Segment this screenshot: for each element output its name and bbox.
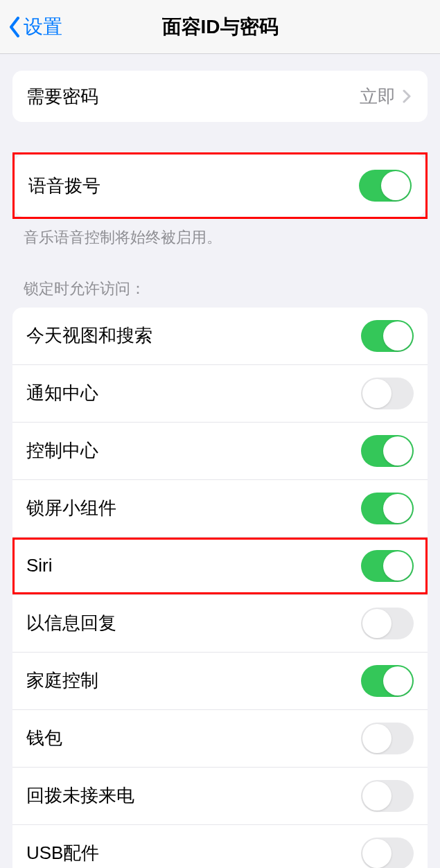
control-center-label: 控制中心 xyxy=(26,439,98,463)
return-missed-calls-label: 回拨未接来电 xyxy=(26,783,134,808)
navigation-bar: 设置 面容ID与密码 xyxy=(0,0,440,54)
home-control-toggle[interactable] xyxy=(361,665,414,697)
locked-access-group: 今天视图和搜索 通知中心 控制中心 锁屏小组件 Siri 以信息回复 家庭控制 xyxy=(12,308,428,868)
wallet-toggle[interactable] xyxy=(361,723,414,754)
today-view-label: 今天视图和搜索 xyxy=(26,324,152,348)
toggle-knob xyxy=(362,839,391,868)
voice-dial-toggle[interactable] xyxy=(359,170,412,202)
wallet-row: 钱包 xyxy=(12,709,428,767)
reply-message-toggle[interactable] xyxy=(361,608,414,639)
locked-access-header: 锁定时允许访问： xyxy=(0,278,440,308)
voice-dial-highlight: 语音拨号 xyxy=(12,152,428,219)
chevron-right-icon xyxy=(403,89,411,103)
toggle-knob xyxy=(383,494,412,523)
voice-dial-footer: 音乐语音控制将始终被启用。 xyxy=(0,219,440,248)
return-missed-calls-toggle[interactable] xyxy=(361,780,414,812)
require-passcode-value: 立即 xyxy=(360,85,396,109)
toggle-knob xyxy=(383,551,412,581)
notification-center-toggle[interactable] xyxy=(361,378,414,409)
return-missed-calls-row: 回拨未接来电 xyxy=(12,767,428,824)
usb-accessories-row: USB配件 xyxy=(12,824,428,868)
back-button[interactable]: 设置 xyxy=(8,14,62,40)
toggle-knob xyxy=(383,436,412,466)
page-title: 面容ID与密码 xyxy=(162,14,279,40)
siri-label: Siri xyxy=(26,555,53,576)
voice-dial-label: 语音拨号 xyxy=(28,174,100,198)
toggle-knob xyxy=(381,171,410,200)
voice-dial-row: 语音拨号 xyxy=(15,154,425,217)
home-control-row: 家庭控制 xyxy=(12,652,428,709)
wallet-label: 钱包 xyxy=(26,726,62,750)
siri-toggle[interactable] xyxy=(361,550,414,582)
require-passcode-value-wrap: 立即 xyxy=(360,85,414,109)
siri-row: Siri xyxy=(12,537,428,594)
usb-accessories-toggle[interactable] xyxy=(361,838,414,868)
require-passcode-label: 需要密码 xyxy=(26,85,98,109)
back-label: 设置 xyxy=(24,14,62,40)
lock-screen-widgets-row: 锁屏小组件 xyxy=(12,479,428,537)
reply-message-label: 以信息回复 xyxy=(26,611,116,635)
notification-center-row: 通知中心 xyxy=(12,364,428,422)
control-center-toggle[interactable] xyxy=(361,435,414,467)
toggle-knob xyxy=(362,781,391,811)
content: 需要密码 立即 语音拨号 音乐语音控制将始终被启用。 锁定时允许访问： 今天视 xyxy=(0,54,440,868)
today-view-toggle[interactable] xyxy=(361,320,414,352)
reply-message-row: 以信息回复 xyxy=(12,594,428,652)
today-view-row: 今天视图和搜索 xyxy=(12,308,428,364)
chevron-left-icon xyxy=(8,17,21,37)
voice-dial-group: 语音拨号 xyxy=(15,154,425,217)
lock-screen-widgets-label: 锁屏小组件 xyxy=(26,496,116,520)
home-control-label: 家庭控制 xyxy=(26,668,98,693)
toggle-knob xyxy=(362,609,391,638)
usb-accessories-label: USB配件 xyxy=(26,841,99,865)
require-passcode-row[interactable]: 需要密码 立即 xyxy=(12,71,428,122)
toggle-knob xyxy=(362,379,391,408)
notification-center-label: 通知中心 xyxy=(26,381,98,405)
control-center-row: 控制中心 xyxy=(12,422,428,479)
lock-screen-widgets-toggle[interactable] xyxy=(361,493,414,524)
toggle-knob xyxy=(383,321,412,351)
toggle-knob xyxy=(362,724,391,753)
require-passcode-group: 需要密码 立即 xyxy=(12,71,428,122)
toggle-knob xyxy=(383,666,412,696)
